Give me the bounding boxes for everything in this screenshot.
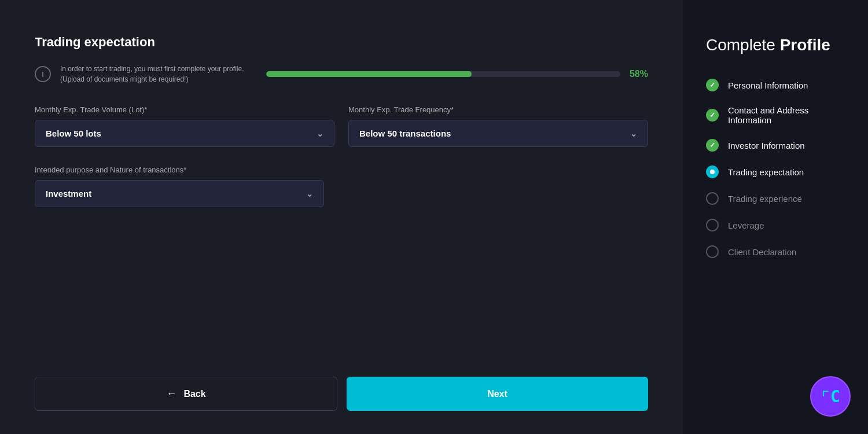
content-area: Trading expectation i In order to start … <box>0 0 683 434</box>
sidebar-item-client[interactable]: Client Declaration <box>706 245 845 258</box>
step-indicator-investor: ✓ <box>706 139 719 152</box>
step-indicator-client <box>706 245 719 258</box>
progress-section: 58% <box>266 69 648 79</box>
form-row-single: Intended purpose and Nature of transacti… <box>35 165 648 207</box>
frequency-select[interactable]: Below 50 transactions ⌄ <box>348 120 648 147</box>
frequency-chevron-icon: ⌄ <box>630 129 637 138</box>
step-indicator-personal: ✓ <box>706 79 719 91</box>
form-row-1: Monthly Exp. Trade Volume (Lot)* Below 5… <box>35 105 648 147</box>
check-icon: ✓ <box>709 81 715 89</box>
sidebar-item-trading-experience[interactable]: Trading experience <box>706 192 845 205</box>
volume-select[interactable]: Below 50 lots ⌄ <box>35 120 334 147</box>
frequency-value: Below 50 transactions <box>359 128 451 138</box>
back-arrow-icon: ← <box>166 388 176 400</box>
step-label-contact: Contact and Address Information <box>728 105 845 125</box>
volume-chevron-icon: ⌄ <box>317 129 323 138</box>
form-group-purpose: Intended purpose and Nature of transacti… <box>35 165 324 207</box>
progress-bar-fill <box>266 71 472 77</box>
step-label-client: Client Declaration <box>728 247 796 257</box>
step-indicator-trading-experience <box>706 192 719 205</box>
sidebar-item-trading-exp[interactable]: Trading expectation <box>706 165 845 178</box>
button-row: ← Back Next <box>35 365 648 411</box>
check-icon-investor: ✓ <box>709 141 715 149</box>
step-label-personal: Personal Information <box>728 80 808 90</box>
purpose-chevron-icon: ⌄ <box>306 189 313 198</box>
next-button[interactable]: Next <box>347 377 648 411</box>
sidebar-item-personal[interactable]: ✓ Personal Information <box>706 79 845 91</box>
back-button[interactable]: ← Back <box>35 377 337 411</box>
page-title: Trading expectation <box>35 35 648 50</box>
volume-value: Below 50 lots <box>46 128 101 138</box>
info-text: In order to start trading, you must firs… <box>60 64 257 84</box>
sidebar-title-light: Complete <box>706 36 780 54</box>
info-bar: i In order to start trading, you must fi… <box>35 64 648 84</box>
step-indicator-leverage <box>706 219 719 231</box>
info-icon: i <box>35 66 51 82</box>
step-indicator-contact: ✓ <box>706 109 719 122</box>
step-label-trading-experience: Trading experience <box>728 194 802 204</box>
next-label: Next <box>487 389 507 399</box>
check-icon-contact: ✓ <box>709 111 715 119</box>
progress-pct: 58% <box>630 69 648 79</box>
step-indicator-trading-exp <box>706 165 719 178</box>
back-label: Back <box>183 389 205 399</box>
sidebar-title-bold: Profile <box>780 36 830 54</box>
progress-bar-track <box>266 71 620 77</box>
sidebar-item-contact[interactable]: ✓ Contact and Address Information <box>706 105 845 125</box>
purpose-value: Investment <box>46 189 91 198</box>
purpose-select[interactable]: Investment ⌄ <box>35 180 324 207</box>
form-section: Monthly Exp. Trade Volume (Lot)* Below 5… <box>35 105 648 365</box>
sidebar-title: Complete Profile <box>706 35 845 56</box>
step-label-leverage: Leverage <box>728 220 764 230</box>
active-dot-icon <box>710 170 715 174</box>
step-label-investor: Investor Information <box>728 141 805 150</box>
sidebar-item-investor[interactable]: ✓ Investor Information <box>706 139 845 152</box>
field1-label: Monthly Exp. Trade Volume (Lot)* <box>35 105 334 114</box>
sidebar-steps: ✓ Personal Information ✓ Contact and Add… <box>706 79 845 258</box>
step-label-trading-exp: Trading expectation <box>728 167 804 177</box>
field3-label: Intended purpose and Nature of transacti… <box>35 165 324 174</box>
sidebar-item-leverage[interactable]: Leverage <box>706 219 845 231</box>
form-group-volume: Monthly Exp. Trade Volume (Lot)* Below 5… <box>35 105 334 147</box>
main-layout: Trading expectation i In order to start … <box>0 0 868 434</box>
avatar-button[interactable]: ⌜C <box>810 376 851 417</box>
avatar-icon: ⌜C <box>821 387 840 406</box>
form-group-frequency: Monthly Exp. Trade Frequency* Below 50 t… <box>348 105 648 147</box>
field2-label: Monthly Exp. Trade Frequency* <box>348 105 648 114</box>
sidebar: Complete Profile ✓ Personal Information … <box>683 0 868 434</box>
